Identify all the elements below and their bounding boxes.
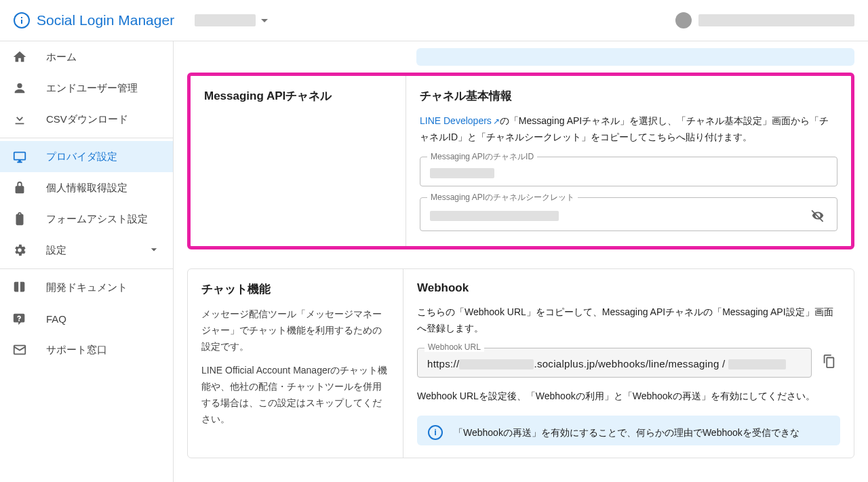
sidebar-item-end-users[interactable]: エンドユーザー管理	[0, 73, 173, 104]
field-value	[430, 165, 827, 181]
sidebar-divider	[0, 268, 173, 269]
channel-secret-field[interactable]: Messaging APIのチャネルシークレット	[420, 197, 837, 231]
sidebar-divider	[0, 138, 173, 138]
sidebar-item-label: エンドユーザー管理	[46, 82, 138, 95]
field-label: Messaging APIのチャネルシークレット	[427, 192, 578, 203]
user-icon	[12, 81, 27, 96]
user-avatar-icon	[675, 12, 692, 28]
section-right-title: Webhook	[417, 281, 840, 295]
sidebar-item-dev-docs[interactable]: 開発ドキュメント	[0, 272, 173, 303]
sidebar-item-faq[interactable]: FAQ	[0, 303, 173, 334]
home-icon	[12, 49, 27, 64]
section-right: チャネル基本情報 LINE Developers↗の「Messaging API…	[406, 76, 851, 246]
sidebar-item-support[interactable]: サポート窓口	[0, 334, 173, 365]
book-icon	[12, 280, 27, 295]
mail-icon	[12, 342, 27, 357]
app-header: Social Login Manager	[0, 0, 868, 41]
section-left: チャット機能 メッセージ配信ツール「メッセージマネージャー」でチャット機能を利用…	[188, 269, 403, 458]
info-icon: i	[428, 425, 443, 440]
sidebar-item-settings[interactable]: 設定	[0, 235, 173, 266]
sidebar-item-csv-download[interactable]: CSVダウンロード	[0, 104, 173, 135]
field-value	[430, 208, 808, 224]
copy-button[interactable]	[821, 354, 840, 371]
sidebar-item-label: 開発ドキュメント	[46, 281, 127, 294]
main-content: Messaging APIチャネル チャネル基本情報 LINE Develope…	[174, 41, 868, 482]
chevron-down-icon	[147, 243, 161, 258]
top-info-banner	[416, 48, 854, 66]
info-text: 「Webhookの再送」を有効にすることで、何らかの理由でWebhookを受信で…	[454, 425, 800, 441]
line-developers-link[interactable]: LINE Developers↗	[420, 115, 500, 126]
lock-icon	[12, 180, 27, 195]
sidebar-item-label: 個人情報取得設定	[46, 182, 127, 195]
info-callout: i 「Webhookの再送」を有効にすることで、何らかの理由でWebhookを受…	[417, 416, 840, 445]
site-name-redacted	[195, 14, 256, 26]
visibility-toggle-icon[interactable]	[808, 206, 827, 225]
section-description: こちらの「Webhook URL」をコピーして、Messaging APIチャネ…	[417, 304, 840, 337]
sidebar-item-label: CSVダウンロード	[46, 113, 128, 126]
sidebar-item-label: フォームアシスト設定	[46, 213, 148, 226]
sidebar-item-home[interactable]: ホーム	[0, 41, 173, 73]
field-label: Messaging APIのチャネルID	[427, 151, 537, 163]
section-messaging-api: Messaging APIチャネル チャネル基本情報 LINE Develope…	[187, 73, 854, 249]
sidebar-item-label: 設定	[46, 244, 66, 257]
section-left: Messaging APIチャネル	[191, 76, 406, 246]
section-left-p2: LINE Official Account Managerのチャット機能や、他社…	[201, 363, 389, 427]
logo-icon	[14, 12, 30, 28]
webhook-url-field: Webhook URL https://.socialplus.jp/webho…	[417, 348, 812, 378]
section-description: LINE Developers↗の「Messaging APIチャネル」を選択し…	[420, 113, 837, 146]
section-chat-webhook: チャット機能 メッセージ配信ツール「メッセージマネージャー」でチャット機能を利用…	[187, 268, 854, 458]
section-right: Webhook こちらの「Webhook URL」をコピーして、Messagin…	[403, 269, 854, 458]
field-value: https://.socialplus.jp/webhooks/line/mes…	[427, 357, 802, 372]
section-left-title: チャット機能	[201, 281, 389, 297]
sidebar-item-provider-settings[interactable]: プロバイダ設定	[0, 141, 173, 172]
section-right-title: チャネル基本情報	[420, 88, 837, 104]
sidebar-item-form-assist[interactable]: フォームアシスト設定	[0, 203, 173, 235]
download-icon	[12, 112, 27, 127]
user-menu[interactable]	[675, 12, 854, 28]
monitor-icon	[12, 149, 27, 164]
external-link-icon: ↗	[493, 117, 500, 126]
gear-icon	[12, 243, 27, 258]
sidebar-item-label: プロバイダ設定	[46, 150, 117, 163]
sidebar: ホーム エンドユーザー管理 CSVダウンロード プロバイダ設定 個人情報取得設定…	[0, 41, 174, 482]
sidebar-item-label: サポート窓口	[46, 344, 107, 357]
sidebar-item-label: FAQ	[46, 313, 66, 325]
user-name-redacted	[698, 14, 854, 26]
channel-id-field[interactable]: Messaging APIのチャネルID	[420, 157, 837, 187]
app-logo[interactable]: Social Login Manager	[14, 12, 174, 28]
dropdown-icon	[261, 19, 268, 22]
section-left-title: Messaging APIチャネル	[204, 88, 392, 104]
sidebar-item-label: ホーム	[46, 51, 77, 64]
field-label: Webhook URL	[425, 342, 484, 352]
site-selector[interactable]	[195, 14, 268, 26]
app-title: Social Login Manager	[37, 12, 174, 28]
webhook-after-note: Webhook URLを設定後、「Webhookの利用」と「Webhookの再送…	[417, 388, 840, 405]
help-icon	[12, 311, 27, 326]
section-left-p1: メッセージ配信ツール「メッセージマネージャー」でチャット機能を利用するための設定…	[201, 306, 389, 355]
sidebar-item-personal-info[interactable]: 個人情報取得設定	[0, 172, 173, 203]
clipboard-icon	[12, 212, 27, 226]
